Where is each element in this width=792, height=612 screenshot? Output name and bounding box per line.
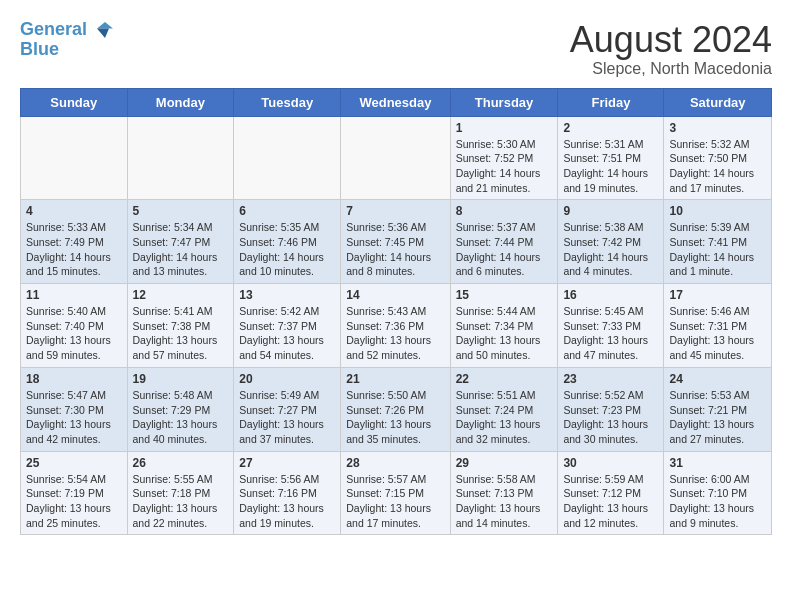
day-info: Sunrise: 5:35 AM Sunset: 7:46 PM Dayligh… (239, 220, 335, 279)
logo: General Blue (20, 20, 113, 60)
calendar-cell: 18Sunrise: 5:47 AM Sunset: 7:30 PM Dayli… (21, 367, 128, 451)
day-number: 4 (26, 204, 122, 218)
calendar-cell: 16Sunrise: 5:45 AM Sunset: 7:33 PM Dayli… (558, 284, 664, 368)
calendar-header-row: SundayMondayTuesdayWednesdayThursdayFrid… (21, 88, 772, 116)
day-number: 24 (669, 372, 766, 386)
day-number: 13 (239, 288, 335, 302)
day-info: Sunrise: 5:32 AM Sunset: 7:50 PM Dayligh… (669, 137, 766, 196)
calendar-cell: 13Sunrise: 5:42 AM Sunset: 7:37 PM Dayli… (234, 284, 341, 368)
day-info: Sunrise: 5:31 AM Sunset: 7:51 PM Dayligh… (563, 137, 658, 196)
day-info: Sunrise: 5:54 AM Sunset: 7:19 PM Dayligh… (26, 472, 122, 531)
calendar-cell: 21Sunrise: 5:50 AM Sunset: 7:26 PM Dayli… (341, 367, 450, 451)
day-number: 22 (456, 372, 553, 386)
day-number: 14 (346, 288, 444, 302)
day-info: Sunrise: 5:36 AM Sunset: 7:45 PM Dayligh… (346, 220, 444, 279)
calendar-cell: 27Sunrise: 5:56 AM Sunset: 7:16 PM Dayli… (234, 451, 341, 535)
day-info: Sunrise: 5:44 AM Sunset: 7:34 PM Dayligh… (456, 304, 553, 363)
calendar-table: SundayMondayTuesdayWednesdayThursdayFrid… (20, 88, 772, 536)
calendar-cell (341, 116, 450, 200)
calendar-week-row: 18Sunrise: 5:47 AM Sunset: 7:30 PM Dayli… (21, 367, 772, 451)
calendar-cell: 11Sunrise: 5:40 AM Sunset: 7:40 PM Dayli… (21, 284, 128, 368)
header: General Blue August 2024 Slepce, North M… (20, 20, 772, 78)
day-info: Sunrise: 5:52 AM Sunset: 7:23 PM Dayligh… (563, 388, 658, 447)
location-subtitle: Slepce, North Macedonia (570, 60, 772, 78)
calendar-week-row: 4Sunrise: 5:33 AM Sunset: 7:49 PM Daylig… (21, 200, 772, 284)
calendar-cell: 22Sunrise: 5:51 AM Sunset: 7:24 PM Dayli… (450, 367, 558, 451)
calendar-cell: 7Sunrise: 5:36 AM Sunset: 7:45 PM Daylig… (341, 200, 450, 284)
day-number: 30 (563, 456, 658, 470)
day-info: Sunrise: 5:37 AM Sunset: 7:44 PM Dayligh… (456, 220, 553, 279)
day-number: 23 (563, 372, 658, 386)
logo-text-line2: Blue (20, 40, 113, 60)
calendar-week-row: 25Sunrise: 5:54 AM Sunset: 7:19 PM Dayli… (21, 451, 772, 535)
day-number: 20 (239, 372, 335, 386)
calendar-cell: 3Sunrise: 5:32 AM Sunset: 7:50 PM Daylig… (664, 116, 772, 200)
calendar-cell: 15Sunrise: 5:44 AM Sunset: 7:34 PM Dayli… (450, 284, 558, 368)
day-header-saturday: Saturday (664, 88, 772, 116)
calendar-cell: 28Sunrise: 5:57 AM Sunset: 7:15 PM Dayli… (341, 451, 450, 535)
day-number: 9 (563, 204, 658, 218)
day-info: Sunrise: 5:53 AM Sunset: 7:21 PM Dayligh… (669, 388, 766, 447)
logo-bird-icon (89, 20, 113, 40)
day-number: 10 (669, 204, 766, 218)
calendar-cell: 29Sunrise: 5:58 AM Sunset: 7:13 PM Dayli… (450, 451, 558, 535)
day-info: Sunrise: 5:38 AM Sunset: 7:42 PM Dayligh… (563, 220, 658, 279)
day-number: 8 (456, 204, 553, 218)
day-number: 16 (563, 288, 658, 302)
day-info: Sunrise: 5:39 AM Sunset: 7:41 PM Dayligh… (669, 220, 766, 279)
calendar-cell (234, 116, 341, 200)
day-info: Sunrise: 5:48 AM Sunset: 7:29 PM Dayligh… (133, 388, 229, 447)
calendar-cell: 4Sunrise: 5:33 AM Sunset: 7:49 PM Daylig… (21, 200, 128, 284)
day-info: Sunrise: 5:34 AM Sunset: 7:47 PM Dayligh… (133, 220, 229, 279)
calendar-cell (127, 116, 234, 200)
calendar-cell (21, 116, 128, 200)
svg-marker-0 (97, 22, 113, 28)
day-number: 1 (456, 121, 553, 135)
calendar-cell: 25Sunrise: 5:54 AM Sunset: 7:19 PM Dayli… (21, 451, 128, 535)
day-number: 12 (133, 288, 229, 302)
calendar-cell: 20Sunrise: 5:49 AM Sunset: 7:27 PM Dayli… (234, 367, 341, 451)
calendar-week-row: 1Sunrise: 5:30 AM Sunset: 7:52 PM Daylig… (21, 116, 772, 200)
day-number: 31 (669, 456, 766, 470)
day-info: Sunrise: 6:00 AM Sunset: 7:10 PM Dayligh… (669, 472, 766, 531)
day-number: 27 (239, 456, 335, 470)
day-number: 26 (133, 456, 229, 470)
day-number: 15 (456, 288, 553, 302)
day-header-tuesday: Tuesday (234, 88, 341, 116)
day-number: 21 (346, 372, 444, 386)
calendar-cell: 2Sunrise: 5:31 AM Sunset: 7:51 PM Daylig… (558, 116, 664, 200)
day-number: 17 (669, 288, 766, 302)
day-info: Sunrise: 5:49 AM Sunset: 7:27 PM Dayligh… (239, 388, 335, 447)
day-info: Sunrise: 5:43 AM Sunset: 7:36 PM Dayligh… (346, 304, 444, 363)
day-header-wednesday: Wednesday (341, 88, 450, 116)
day-info: Sunrise: 5:47 AM Sunset: 7:30 PM Dayligh… (26, 388, 122, 447)
day-info: Sunrise: 5:45 AM Sunset: 7:33 PM Dayligh… (563, 304, 658, 363)
day-info: Sunrise: 5:59 AM Sunset: 7:12 PM Dayligh… (563, 472, 658, 531)
calendar-cell: 24Sunrise: 5:53 AM Sunset: 7:21 PM Dayli… (664, 367, 772, 451)
day-info: Sunrise: 5:33 AM Sunset: 7:49 PM Dayligh… (26, 220, 122, 279)
day-number: 18 (26, 372, 122, 386)
day-number: 3 (669, 121, 766, 135)
title-block: August 2024 Slepce, North Macedonia (570, 20, 772, 78)
day-info: Sunrise: 5:58 AM Sunset: 7:13 PM Dayligh… (456, 472, 553, 531)
day-number: 2 (563, 121, 658, 135)
calendar-cell: 12Sunrise: 5:41 AM Sunset: 7:38 PM Dayli… (127, 284, 234, 368)
svg-marker-1 (97, 28, 109, 38)
day-number: 29 (456, 456, 553, 470)
day-header-thursday: Thursday (450, 88, 558, 116)
day-info: Sunrise: 5:50 AM Sunset: 7:26 PM Dayligh… (346, 388, 444, 447)
day-number: 25 (26, 456, 122, 470)
day-header-friday: Friday (558, 88, 664, 116)
calendar-cell: 30Sunrise: 5:59 AM Sunset: 7:12 PM Dayli… (558, 451, 664, 535)
day-number: 5 (133, 204, 229, 218)
calendar-cell: 9Sunrise: 5:38 AM Sunset: 7:42 PM Daylig… (558, 200, 664, 284)
calendar-cell: 10Sunrise: 5:39 AM Sunset: 7:41 PM Dayli… (664, 200, 772, 284)
calendar-cell: 19Sunrise: 5:48 AM Sunset: 7:29 PM Dayli… (127, 367, 234, 451)
day-info: Sunrise: 5:41 AM Sunset: 7:38 PM Dayligh… (133, 304, 229, 363)
day-info: Sunrise: 5:42 AM Sunset: 7:37 PM Dayligh… (239, 304, 335, 363)
day-info: Sunrise: 5:51 AM Sunset: 7:24 PM Dayligh… (456, 388, 553, 447)
day-info: Sunrise: 5:30 AM Sunset: 7:52 PM Dayligh… (456, 137, 553, 196)
day-number: 19 (133, 372, 229, 386)
calendar-cell: 5Sunrise: 5:34 AM Sunset: 7:47 PM Daylig… (127, 200, 234, 284)
day-info: Sunrise: 5:55 AM Sunset: 7:18 PM Dayligh… (133, 472, 229, 531)
